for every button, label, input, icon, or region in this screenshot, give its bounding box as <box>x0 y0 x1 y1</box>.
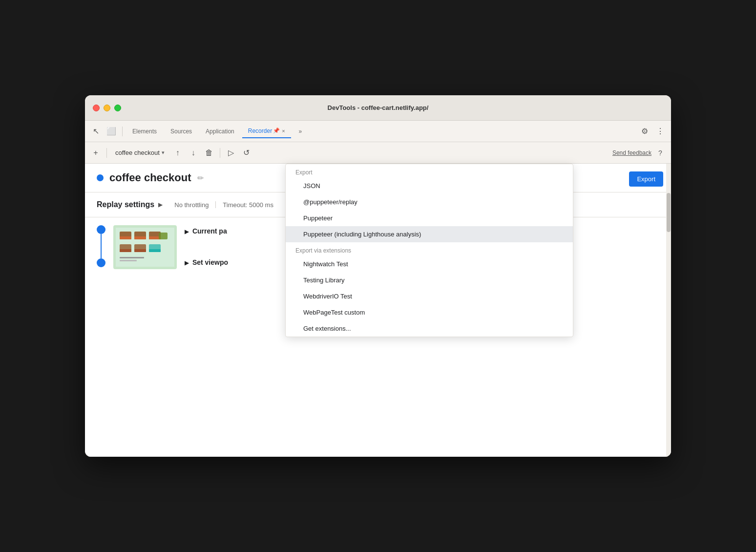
replay-settings-arrow-icon[interactable]: ▶ <box>158 201 163 208</box>
svg-rect-15 <box>120 260 137 261</box>
step-label-2: ▶ Set viewpo <box>185 258 228 266</box>
settings-icon: ⚙ <box>641 127 648 136</box>
more-icon: ⋮ <box>656 127 664 136</box>
help-icon: ? <box>658 149 662 157</box>
play-button[interactable]: ▷ <box>224 146 238 160</box>
timeline-line-1 <box>101 234 102 258</box>
scrollbar-thumb[interactable] <box>667 193 671 232</box>
timeline-dot-1 <box>97 225 105 234</box>
main-toolbar: ↖ ⬜ Elements Sources Application Recorde… <box>85 121 671 142</box>
minimize-button[interactable] <box>104 105 110 111</box>
upload-icon: ↑ <box>176 149 180 157</box>
export-dropdown: Export JSON @puppeteer/replay Puppeteer … <box>285 164 573 337</box>
step-expand-icon[interactable]: ▶ <box>185 229 189 234</box>
cursor-icon-btn[interactable]: ↖ <box>89 125 103 138</box>
play-icon: ▷ <box>228 148 234 157</box>
recorder-close-icon[interactable]: × <box>282 128 285 134</box>
dropdown-item-puppeteer-lighthouse[interactable]: Puppeteer (including Lighthouse analysis… <box>286 226 573 242</box>
svg-rect-7 <box>159 233 168 239</box>
help-button[interactable]: ? <box>653 146 667 160</box>
recording-status-dot <box>97 174 104 181</box>
dropdown-item-webpagetest[interactable]: WebPageTest custom <box>286 304 573 320</box>
import-button[interactable]: ↓ <box>187 146 200 160</box>
timeline-dot-2 <box>97 258 105 267</box>
recorder-divider-2 <box>220 148 220 158</box>
scrollbar-track <box>666 164 671 457</box>
dropdown-item-puppeteer[interactable]: Puppeteer <box>286 210 573 226</box>
recorder-divider-1 <box>106 148 107 158</box>
content-area: coffee checkout ✏ Export Replay settings… <box>85 164 671 457</box>
traffic-lights <box>93 105 121 111</box>
recording-title: coffee checkout <box>109 171 191 184</box>
device-icon-btn[interactable]: ⬜ <box>105 125 118 138</box>
replay-timeout-info: Timeout: 5000 ms <box>223 201 273 209</box>
titlebar: DevTools - coffee-cart.netlify.app/ <box>85 95 671 121</box>
devtools-window: DevTools - coffee-cart.netlify.app/ ↖ ⬜ … <box>85 95 671 457</box>
export-button[interactable]: ↑ <box>171 146 185 160</box>
settings-button[interactable]: ⚙ <box>638 125 651 138</box>
download-icon: ↓ <box>191 149 195 157</box>
svg-rect-9 <box>120 249 131 252</box>
replay-throttling-info: No throttling <box>174 201 209 209</box>
dropdown-item-puppeteer-replay[interactable]: @puppeteer/replay <box>286 194 573 210</box>
step-content: ▶ Current pa ▶ Set viewpo <box>185 225 228 266</box>
replay-icon: ↺ <box>243 148 250 157</box>
titlebar-title: DevTools - coffee-cart.netlify.app/ <box>328 104 429 111</box>
dropdown-item-json[interactable]: JSON <box>286 178 573 194</box>
dropdown-item-webdriverio[interactable]: WebdriverIO Test <box>286 288 573 304</box>
svg-rect-2 <box>120 236 131 239</box>
export-via-extensions-label: Export via extensions <box>286 242 573 256</box>
svg-rect-13 <box>149 249 161 252</box>
device-icon: ⬜ <box>106 127 116 136</box>
add-icon: + <box>93 149 98 157</box>
recording-selector[interactable]: coffee checkout ▾ <box>111 147 169 159</box>
send-feedback-link[interactable]: Send feedback <box>612 149 651 156</box>
close-button[interactable] <box>93 105 100 111</box>
replay-button[interactable]: ↺ <box>240 146 253 160</box>
tab-application[interactable]: Application <box>200 125 240 138</box>
dropdown-item-nightwatch[interactable]: Nightwatch Test <box>286 256 573 272</box>
edit-title-icon[interactable]: ✏ <box>197 173 204 183</box>
step-label: ▶ Current pa <box>185 227 228 235</box>
step-thumbnail-inner <box>113 225 177 269</box>
chevron-down-icon: ▾ <box>162 149 165 156</box>
more-button[interactable]: ⋮ <box>653 125 667 138</box>
delete-icon: 🗑 <box>205 149 213 157</box>
dropdown-item-get-extensions[interactable]: Get extensions... <box>286 320 573 337</box>
export-recording-button[interactable]: Export <box>629 171 663 187</box>
tab-elements[interactable]: Elements <box>126 125 163 138</box>
tab-more[interactable]: » <box>293 125 308 138</box>
step-expand-icon-2[interactable]: ▶ <box>185 260 189 266</box>
timeline-container <box>97 225 105 267</box>
coffee-preview-svg <box>116 228 174 267</box>
cursor-icon: ↖ <box>93 127 99 136</box>
svg-rect-4 <box>134 236 146 239</box>
step-thumbnail <box>113 225 177 269</box>
maximize-button[interactable] <box>114 105 121 111</box>
replay-info-divider <box>215 201 216 208</box>
svg-rect-14 <box>120 257 144 258</box>
recorder-toolbar: + coffee checkout ▾ ↑ ↓ 🗑 ▷ ↺ Send feedb… <box>85 142 671 164</box>
recording-name: coffee checkout <box>115 149 160 156</box>
replay-settings-label: Replay settings <box>97 200 154 209</box>
dropdown-item-testing-library[interactable]: Testing Library <box>286 272 573 288</box>
tab-sources[interactable]: Sources <box>165 125 198 138</box>
svg-rect-11 <box>134 249 146 252</box>
recorder-pin-icon: 📌 <box>273 127 280 134</box>
toolbar-divider-1 <box>122 127 123 136</box>
add-recording-button[interactable]: + <box>89 146 103 160</box>
tab-recorder[interactable]: Recorder 📌 × <box>242 125 291 138</box>
export-section-label: Export <box>286 164 573 178</box>
delete-button[interactable]: 🗑 <box>202 146 216 160</box>
